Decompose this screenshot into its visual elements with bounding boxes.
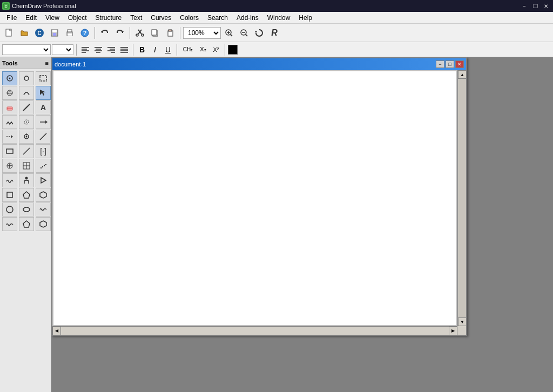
size-select[interactable] — [52, 44, 73, 55]
menu-search[interactable]: Search — [203, 12, 232, 23]
font-select[interactable] — [2, 44, 51, 55]
person-tool[interactable] — [19, 173, 34, 187]
menu-edit[interactable]: Edit — [21, 12, 41, 23]
oval-tool[interactable] — [19, 202, 34, 217]
doc-scrollbar-horizontal[interactable]: ◀ ▶ — [52, 326, 457, 335]
tools-menu-icon[interactable]: ≡ — [45, 60, 49, 66]
arrow-tool[interactable] — [36, 115, 51, 129]
menu-view[interactable]: View — [41, 12, 64, 23]
filled-pentagon-tool[interactable] — [19, 217, 34, 231]
underline-button[interactable]: U — [162, 44, 174, 55]
close-button[interactable]: ✕ — [541, 2, 551, 10]
subscript-button[interactable]: X₂ — [197, 44, 209, 55]
doc-title: document-1 — [55, 61, 86, 67]
scroll-down-arrow[interactable]: ▼ — [458, 317, 467, 326]
table-tool[interactable] — [19, 159, 34, 173]
squiggle-tool[interactable] — [36, 202, 51, 217]
menu-object[interactable]: Object — [64, 12, 91, 23]
save-button[interactable] — [48, 26, 62, 40]
copy-button[interactable] — [148, 26, 162, 40]
new-button[interactable] — [2, 26, 16, 40]
hexagon-tool[interactable] — [36, 188, 51, 202]
cut-button[interactable] — [133, 26, 147, 40]
bond-dashed-tool[interactable] — [36, 159, 51, 173]
pentagon-tool[interactable] — [19, 188, 34, 202]
align-left-button[interactable] — [79, 44, 91, 55]
rotate3d-tool[interactable] — [2, 86, 17, 100]
text-tool[interactable]: A — [36, 100, 51, 114]
menu-addins[interactable]: Add-ins — [232, 12, 263, 23]
dashed-arrow-tool[interactable] — [2, 130, 17, 144]
rect-select-tool[interactable] — [36, 71, 51, 85]
separator3 — [180, 27, 180, 39]
menu-curves[interactable]: Curves — [146, 12, 176, 23]
orbital-tool[interactable] — [19, 130, 34, 144]
chain-tool[interactable] — [2, 115, 17, 129]
ch2-button[interactable]: CH₂ — [180, 44, 196, 55]
doc-restore-button[interactable]: □ — [446, 60, 454, 68]
eraser-tool[interactable] — [2, 100, 17, 114]
cd-logo-button[interactable]: C — [32, 26, 46, 40]
menu-structure[interactable]: Structure — [91, 12, 126, 23]
open-button[interactable] — [17, 26, 31, 40]
redo-button[interactable] — [113, 26, 127, 40]
arrow-select-tool[interactable] — [36, 86, 51, 100]
lasso-tool[interactable] — [19, 71, 34, 85]
curve-tool[interactable] — [19, 86, 34, 100]
svg-text:?: ? — [83, 30, 87, 36]
reset-view-button[interactable] — [252, 26, 266, 40]
minimize-button[interactable]: − — [520, 2, 529, 10]
menu-text[interactable]: Text — [126, 12, 146, 23]
bond-line-tool[interactable] — [19, 100, 34, 114]
svg-text:C: C — [37, 30, 41, 36]
wave-tool[interactable] — [2, 173, 17, 187]
bold-button[interactable]: B — [136, 44, 148, 55]
doc-scrollbar-vertical[interactable]: ▲ ▼ — [457, 70, 466, 326]
svg-marker-85 — [40, 192, 46, 198]
italic-button[interactable]: I — [149, 44, 161, 55]
doc-minimize-button[interactable]: − — [436, 60, 444, 68]
menu-file[interactable]: File — [2, 12, 21, 23]
wave2-tool[interactable] — [2, 217, 17, 231]
window-controls[interactable]: − ❐ ✕ — [520, 2, 551, 10]
svg-point-53 — [7, 90, 12, 96]
zoom-select[interactable]: 100% 50% 75% 150% 200% — [183, 27, 221, 39]
help-button[interactable]: ? — [78, 26, 92, 40]
circle-tool[interactable] — [2, 202, 17, 217]
justify-button[interactable] — [118, 44, 130, 55]
align-right-button[interactable] — [105, 44, 117, 55]
doc-close-button[interactable]: ✕ — [455, 60, 464, 68]
doc-content[interactable] — [53, 71, 456, 325]
bracket-tool[interactable]: [·] — [36, 144, 51, 158]
superscript-button[interactable]: X² — [210, 44, 222, 55]
menu-window[interactable]: Window — [263, 12, 295, 23]
r-tool-button[interactable]: R — [267, 26, 281, 40]
scroll-left-arrow[interactable]: ◀ — [52, 327, 61, 335]
scroll-track-v[interactable] — [458, 79, 466, 317]
svg-rect-22 — [152, 30, 157, 35]
filled-hexagon-tool[interactable] — [36, 217, 51, 231]
play-btn-tool[interactable] — [36, 173, 51, 187]
menu-help[interactable]: Help — [294, 12, 316, 23]
restore-button[interactable]: ❐ — [530, 2, 540, 10]
align-center-button[interactable] — [92, 44, 104, 55]
doc-controls[interactable]: − □ ✕ — [436, 60, 464, 68]
line-tool[interactable] — [36, 130, 51, 144]
marquee-tool[interactable] — [19, 115, 34, 129]
scroll-right-arrow[interactable]: ▶ — [449, 327, 457, 335]
print-button[interactable] — [63, 26, 77, 40]
atom-map-tool[interactable] — [2, 71, 17, 85]
paste-button[interactable] — [163, 26, 177, 40]
undo-button[interactable] — [98, 26, 112, 40]
zoom-out-button[interactable] — [237, 26, 251, 40]
zoom-in-button[interactable] — [222, 26, 236, 40]
color-picker[interactable] — [228, 45, 238, 55]
svg-point-66 — [26, 136, 28, 138]
separator4 — [76, 44, 77, 56]
square-tool[interactable] — [2, 188, 17, 202]
plus-tool[interactable] — [2, 159, 17, 173]
menu-colors[interactable]: Colors — [176, 12, 203, 23]
scroll-up-arrow[interactable]: ▲ — [458, 70, 467, 79]
diag-line-tool[interactable] — [19, 144, 34, 158]
rect-tool[interactable] — [2, 144, 17, 158]
